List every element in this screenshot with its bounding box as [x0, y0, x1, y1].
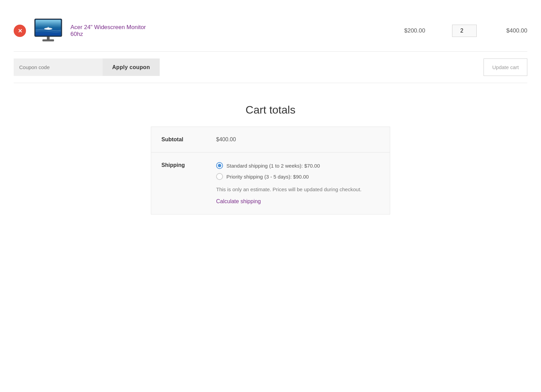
product-name-line2: 60hz — [70, 31, 397, 38]
quantity-input[interactable] — [452, 25, 477, 37]
svg-text:acer: acer — [47, 37, 50, 39]
subtotal-label: Subtotal — [161, 136, 216, 143]
svg-rect-5 — [42, 39, 54, 41]
coupon-row: Apply coupon Update cart — [14, 52, 527, 83]
quantity-wrapper — [452, 25, 479, 37]
calculate-shipping-link[interactable]: Calculate shipping — [216, 198, 261, 205]
shipping-option-standard[interactable]: Standard shipping (1 to 2 weeks): $70.00 — [216, 162, 380, 169]
cart-totals-title: Cart totals — [246, 104, 295, 116]
coupon-code-input[interactable] — [14, 58, 103, 76]
page-wrapper: acer Acer 24" Widescreen Monitor 60hz $2… — [0, 0, 541, 225]
product-name-line1: Acer 24" Widescreen Monitor — [70, 24, 397, 31]
cart-totals-table: Subtotal $400.00 Shipping Standard shipp… — [151, 127, 390, 214]
product-total-price: $400.00 — [486, 27, 527, 34]
shipping-option-standard-label: Standard shipping (1 to 2 weeks): $70.00 — [226, 163, 320, 169]
product-unit-price: $200.00 — [404, 27, 445, 34]
shipping-value: Standard shipping (1 to 2 weeks): $70.00… — [216, 162, 380, 205]
shipping-estimate-note: This is only an estimate. Prices will be… — [216, 185, 380, 194]
radio-standard[interactable] — [216, 162, 223, 169]
radio-priority[interactable] — [216, 173, 223, 180]
cart-totals-section: Cart totals Subtotal $400.00 Shipping St… — [14, 104, 527, 214]
shipping-label: Shipping — [161, 162, 216, 168]
update-cart-button[interactable]: Update cart — [484, 58, 527, 76]
subtotal-value: $400.00 — [216, 136, 380, 143]
apply-coupon-button[interactable]: Apply coupon — [103, 58, 160, 76]
shipping-option-priority[interactable]: Priority shipping (3 - 5 days): $90.00 — [216, 173, 380, 180]
product-name: Acer 24" Widescreen Monitor 60hz — [70, 24, 397, 38]
remove-item-button[interactable] — [14, 25, 26, 37]
shipping-row: Shipping Standard shipping (1 to 2 weeks… — [151, 153, 390, 214]
shipping-options: Standard shipping (1 to 2 weeks): $70.00… — [216, 162, 380, 180]
subtotal-row: Subtotal $400.00 — [151, 127, 390, 153]
shipping-option-priority-label: Priority shipping (3 - 5 days): $90.00 — [226, 174, 309, 180]
product-image: acer — [33, 17, 64, 44]
cart-item-row: acer Acer 24" Widescreen Monitor 60hz $2… — [14, 10, 527, 52]
